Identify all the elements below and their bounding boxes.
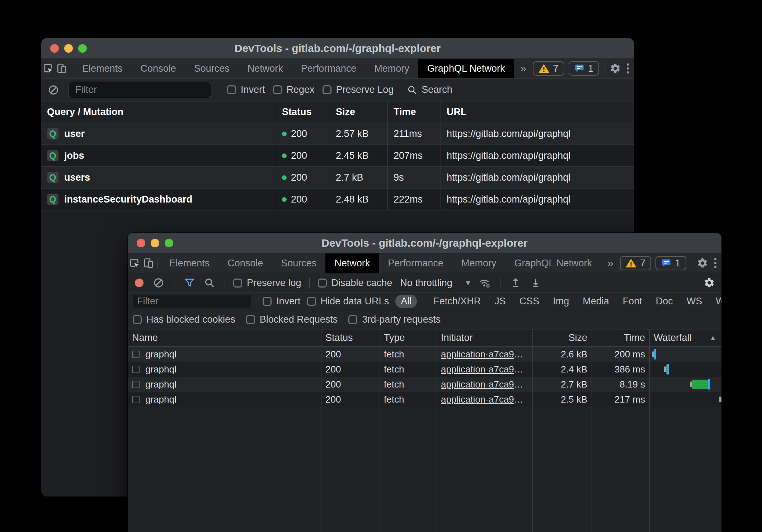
row-checkbox[interactable]	[132, 396, 140, 403]
column-header-url[interactable]: URL	[441, 101, 634, 123]
table-row[interactable]: QinstanceSecurityDashboard 200 2.48 kB 2…	[41, 189, 634, 210]
size-cell: 2.7 kB	[330, 167, 388, 188]
warning-icon	[538, 64, 549, 73]
more-tabs-icon[interactable]: »	[514, 59, 533, 78]
checkbox-box	[273, 85, 282, 94]
filter-chip-media[interactable]: Media	[579, 295, 613, 308]
initiator-link[interactable]: application-a7ca9d0…	[441, 394, 526, 405]
more-options-icon[interactable]	[709, 253, 721, 273]
tab-memory[interactable]: Memory	[452, 253, 505, 273]
export-har-icon[interactable]	[528, 277, 543, 288]
blocked-requests-checkbox[interactable]: Blocked Requests	[246, 314, 338, 325]
row-checkbox[interactable]	[132, 351, 140, 358]
warnings-badge[interactable]: 7	[533, 61, 564, 76]
column-header-status[interactable]: Status	[276, 101, 330, 123]
block-requests-icon[interactable]	[46, 85, 61, 95]
third-party-requests-checkbox[interactable]: 3rd-party requests	[348, 314, 441, 325]
search-icon[interactable]	[202, 277, 217, 288]
dropdown-caret-icon: ▼	[465, 279, 472, 287]
tab-performance[interactable]: Performance	[292, 59, 366, 78]
hide-data-urls-checkbox[interactable]: Hide data URLs	[307, 296, 389, 307]
titlebar[interactable]: DevTools - gitlab.com/-/graphql-explorer	[128, 233, 721, 253]
messages-badge[interactable]: 1	[655, 256, 686, 270]
table-row[interactable]: graphql 200 fetch application-a7ca9d0… 2…	[128, 377, 721, 392]
table-row[interactable]: Quser 200 2.57 kB 211ms https://gitlab.c…	[41, 123, 634, 145]
preserve-log-checkbox[interactable]: Preserve Log	[323, 84, 394, 95]
status-cell: 200	[321, 362, 380, 377]
row-checkbox[interactable]	[132, 381, 140, 388]
filter-input[interactable]	[69, 82, 211, 98]
tab-console[interactable]: Console	[218, 253, 272, 273]
import-har-icon[interactable]	[508, 277, 523, 288]
column-header-name[interactable]: Name	[128, 329, 321, 346]
tab-sources[interactable]: Sources	[185, 59, 239, 78]
tab-elements[interactable]: Elements	[160, 253, 219, 273]
invert-checkbox[interactable]: Invert	[227, 84, 265, 95]
tab-elements[interactable]: Elements	[73, 59, 132, 78]
table-row[interactable]: graphql 200 fetch application-a7ca9d0… 2…	[128, 392, 721, 407]
settings-gear-icon[interactable]	[608, 59, 622, 78]
sort-ascending-icon[interactable]: ▲	[709, 334, 721, 342]
status-code: 200	[291, 194, 307, 205]
column-header-size[interactable]: Size	[532, 329, 592, 346]
filter-chip-all[interactable]: All	[395, 295, 417, 308]
table-row[interactable]: graphql 200 fetch application-a7ca9d0… 2…	[128, 362, 721, 377]
column-header-size[interactable]: Size	[330, 101, 388, 123]
column-header-status[interactable]: Status	[321, 329, 380, 346]
invert-checkbox[interactable]: Invert	[263, 296, 301, 307]
tab-performance[interactable]: Performance	[379, 253, 452, 273]
messages-badge[interactable]: 1	[569, 61, 599, 76]
more-tabs-icon[interactable]: »	[601, 253, 620, 273]
device-toolbar-icon[interactable]	[55, 59, 69, 78]
filter-funnel-icon[interactable]	[182, 277, 197, 288]
network-conditions-icon[interactable]	[478, 277, 492, 289]
filter-chip-fetch-xhr[interactable]: Fetch/XHR	[430, 295, 484, 308]
column-header-type[interactable]: Type	[380, 329, 437, 346]
tab-graphql-network[interactable]: GraphQL Network	[418, 59, 514, 78]
tab-console[interactable]: Console	[132, 59, 185, 78]
tab-network[interactable]: Network	[325, 253, 379, 273]
table-row[interactable]: Qusers 200 2.7 kB 9s https://gitlab.com/…	[41, 167, 634, 189]
filter-chip-img[interactable]: Img	[549, 295, 573, 308]
search-control[interactable]: Search	[407, 84, 452, 95]
has-blocked-cookies-checkbox[interactable]: Has blocked cookies	[133, 314, 235, 325]
device-toolbar-icon[interactable]	[142, 253, 156, 273]
preserve-log-checkbox[interactable]: Preserve log	[233, 277, 301, 289]
tab-memory[interactable]: Memory	[365, 59, 418, 78]
record-network-log-button[interactable]	[135, 279, 144, 287]
initiator-link[interactable]: application-a7ca9d0…	[441, 364, 526, 375]
tab-network[interactable]: Network	[239, 59, 292, 78]
settings-gear-icon[interactable]	[695, 253, 709, 273]
tab-sources[interactable]: Sources	[272, 253, 325, 273]
initiator-link[interactable]: application-a7ca9d0…	[441, 349, 526, 360]
tab-graphql-network[interactable]: GraphQL Network	[505, 253, 601, 273]
filter-chip-ws[interactable]: WS	[683, 295, 706, 308]
disable-cache-checkbox[interactable]: Disable cache	[318, 277, 392, 289]
initiator-link[interactable]: application-a7ca9d0…	[441, 379, 526, 390]
network-toolbar: Preserve log Disable cache No throttling…	[128, 273, 721, 293]
table-row[interactable]: graphql 200 fetch application-a7ca9d0… 2…	[128, 347, 721, 362]
filter-chip-css[interactable]: CSS	[516, 295, 543, 308]
column-header-initiator[interactable]: Initiator	[437, 329, 532, 346]
regex-checkbox[interactable]: Regex	[273, 84, 315, 95]
table-row[interactable]: Qjobs 200 2.45 kB 207ms https://gitlab.c…	[41, 145, 634, 167]
titlebar[interactable]: DevTools - gitlab.com/-/graphql-explorer	[41, 38, 634, 59]
column-header-time[interactable]: Time	[388, 101, 441, 123]
waterfall-bar	[649, 377, 721, 392]
filter-chip-wasm[interactable]: Wasm	[712, 295, 721, 308]
column-header-query-mutation[interactable]: Query / Mutation	[41, 101, 276, 123]
inspect-element-icon[interactable]	[41, 59, 55, 78]
clear-network-log-icon[interactable]	[151, 277, 166, 288]
filter-chip-js[interactable]: JS	[491, 295, 509, 308]
column-header-time[interactable]: Time	[592, 329, 649, 346]
inspect-element-icon[interactable]	[128, 253, 142, 273]
network-settings-gear-icon[interactable]	[702, 277, 716, 289]
filter-chip-font[interactable]: Font	[619, 295, 646, 308]
network-filter-input[interactable]	[133, 295, 251, 308]
column-header-waterfall[interactable]: Waterfall ▲	[649, 329, 721, 346]
row-checkbox[interactable]	[132, 366, 140, 373]
throttling-select[interactable]: No throttling ▼	[400, 277, 471, 289]
more-options-icon[interactable]	[622, 59, 634, 78]
warnings-badge[interactable]: 7	[620, 256, 652, 270]
filter-chip-doc[interactable]: Doc	[652, 295, 677, 308]
